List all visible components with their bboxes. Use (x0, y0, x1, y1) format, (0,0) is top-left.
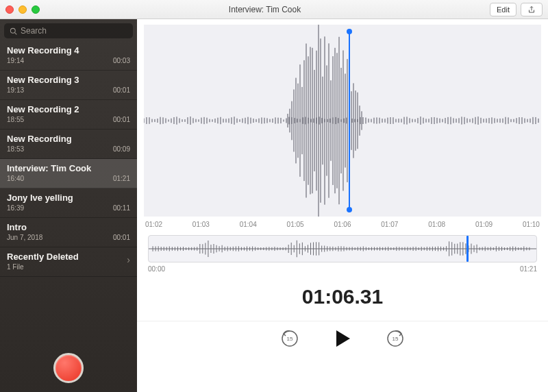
recording-time: 18:55 (7, 116, 24, 123)
timeline-tick: 01:04 (240, 221, 257, 228)
timeline-tick: 01:08 (428, 221, 445, 228)
scrubber-playhead[interactable] (466, 236, 469, 262)
recording-row[interactable]: IntroJun 7, 201800:01 (0, 218, 137, 247)
recording-duration: 00:03 (113, 57, 130, 64)
svg-text:15: 15 (393, 336, 399, 342)
share-icon (527, 5, 536, 14)
window-titlebar: Interview: Tim Cook Edit (0, 0, 548, 19)
recently-deleted-row[interactable]: Recently Deleted1 File› (0, 247, 137, 277)
recording-row[interactable]: New Recording 319:1300:01 (0, 71, 137, 100)
record-toolbar (0, 344, 137, 392)
scrubber: 00:00 01:21 (148, 235, 537, 273)
search-input[interactable]: Search (4, 23, 133, 38)
playhead-handle-bottom[interactable] (347, 207, 352, 212)
svg-line-1 (15, 32, 17, 34)
recording-time: 19:14 (7, 57, 24, 64)
timeline-tick: 01:05 (287, 221, 304, 228)
edit-button[interactable]: Edit (490, 3, 516, 16)
scrub-end-time: 01:21 (520, 265, 537, 273)
record-button[interactable] (53, 353, 84, 383)
minimize-window-button[interactable] (18, 5, 27, 14)
skip-back-15-button[interactable]: 15 (280, 329, 299, 348)
recording-time: 18:53 (7, 145, 24, 153)
scrubber-track[interactable] (148, 235, 537, 262)
recording-name: New Recording 3 (7, 75, 130, 85)
main-panel: 01:0201:0301:0401:0501:0601:0701:0801:09… (137, 19, 548, 392)
recording-duration: 00:01 (113, 116, 130, 123)
recording-row[interactable]: New Recording 218:5500:01 (0, 100, 137, 130)
play-button[interactable] (332, 328, 353, 349)
timeline-tick: 01:03 (192, 221, 210, 228)
playback-controls: 15 15 (137, 321, 548, 361)
skip-forward-icon: 15 (386, 329, 405, 348)
recently-deleted-label: Recently Deleted (7, 252, 79, 262)
close-window-button[interactable] (5, 5, 14, 14)
recording-time: Jun 7, 2018 (7, 234, 42, 241)
sidebar: Search New Recording 419:1400:03New Reco… (0, 19, 137, 392)
skip-forward-15-button[interactable]: 15 (386, 329, 405, 348)
timeline-ruler: 01:0201:0301:0401:0501:0601:0701:0801:09… (137, 217, 548, 235)
recording-duration: 00:09 (113, 145, 130, 153)
recording-row[interactable]: New Recording 419:1400:03 (0, 41, 137, 71)
current-time-display: 01:06.31 (137, 285, 548, 308)
timeline-tick: 01:02 (145, 221, 162, 228)
timeline-tick: 01:06 (334, 221, 351, 228)
recording-duration: 01:21 (113, 175, 130, 182)
recording-time: 16:40 (7, 175, 24, 182)
recordings-list: New Recording 419:1400:03New Recording 3… (0, 41, 137, 344)
recording-name: Interview: Tim Cook (7, 163, 130, 173)
recording-name: New Recording 2 (7, 104, 130, 114)
recording-row[interactable]: Jony Ive yelling16:3900:11 (0, 188, 137, 218)
timeline-tick: 01:10 (523, 221, 540, 228)
recording-name: Intro (7, 222, 130, 232)
svg-text:15: 15 (287, 336, 293, 342)
recording-duration: 00:01 (113, 86, 130, 94)
recording-name: New Recording 4 (7, 45, 130, 56)
recording-duration: 00:01 (113, 234, 130, 241)
skip-back-icon: 15 (280, 329, 299, 348)
play-icon (332, 328, 353, 349)
recording-name: New Recording (7, 134, 130, 144)
svg-point-0 (10, 28, 15, 33)
recording-row[interactable]: New Recording18:5300:09 (0, 130, 137, 159)
recently-deleted-count: 1 File (7, 263, 79, 271)
recording-duration: 00:11 (113, 204, 130, 212)
scrub-start-time: 00:00 (148, 265, 165, 273)
window-traffic-lights (5, 5, 40, 14)
timeline-tick: 01:07 (381, 221, 398, 228)
playhead-handle-top[interactable] (347, 29, 352, 34)
search-icon (10, 27, 17, 35)
search-placeholder: Search (21, 26, 47, 36)
recording-time: 19:13 (7, 86, 24, 94)
share-button[interactable] (521, 3, 543, 16)
waveform-detail[interactable] (144, 25, 541, 217)
recording-name: Jony Ive yelling (7, 193, 130, 203)
timeline-tick: 01:09 (475, 221, 493, 228)
recording-row[interactable]: Interview: Tim Cook16:4001:21 (0, 159, 137, 188)
zoom-window-button[interactable] (32, 5, 40, 14)
recording-time: 16:39 (7, 204, 24, 212)
window-title: Interview: Tim Cook (40, 5, 490, 14)
chevron-right-icon: › (127, 254, 130, 265)
